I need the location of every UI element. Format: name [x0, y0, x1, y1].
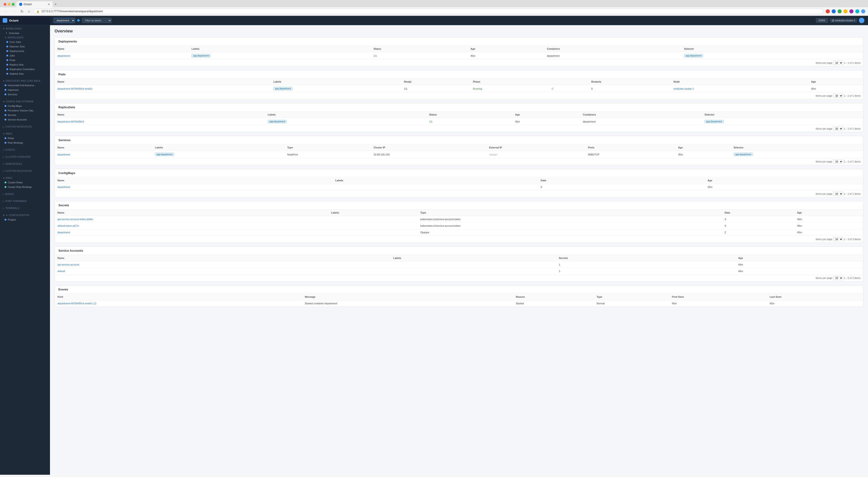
user-avatar-icon[interactable] — [859, 18, 864, 23]
secret-data-2: 3 — [722, 223, 795, 229]
sidebar-item-cron-jobs[interactable]: Cron Jobs — [2, 40, 50, 44]
pods-per-page-select[interactable]: 10 — [833, 94, 843, 98]
secret-per-page-select[interactable]: 10 — [833, 237, 843, 241]
back-button[interactable]: ← — [3, 9, 9, 14]
tab-close-button[interactable]: ✕ — [48, 3, 50, 6]
sidebar-item-stateful-sets[interactable]: Stateful Sets — [2, 71, 50, 76]
sidebar-section-terminals: ▷ Terminals — [0, 205, 50, 212]
sidebar-item-jobs[interactable]: Jobs — [2, 53, 50, 58]
sa-per-page-select[interactable]: 10 — [833, 276, 843, 280]
rs-labels: app:department — [265, 118, 426, 125]
overview-label: Overview — [9, 32, 19, 34]
deployments-col-age: Age — [468, 45, 544, 52]
cm-labels — [333, 184, 538, 191]
sa-name-link-2[interactable]: default — [58, 270, 65, 273]
sidebar-port-forwards-header[interactable]: ▷ Port Forwards — [0, 199, 50, 203]
traffic-light-yellow[interactable] — [8, 3, 10, 6]
browser-extension-4[interactable] — [843, 9, 847, 13]
svc-name-link[interactable]: department — [58, 153, 70, 156]
browser-extension-2[interactable] — [832, 9, 836, 13]
browser-extension-5[interactable] — [849, 9, 854, 13]
sidebar-cluster-rbac-header[interactable]: ▼ RBAC — [0, 176, 50, 180]
sidebar-item-cluster-role-bindings[interactable]: Cluster Role Bindings — [0, 185, 50, 189]
sidebar-item-services[interactable]: Services — [0, 92, 50, 97]
namespace-select[interactable]: department — [54, 18, 75, 23]
pod-name-link[interactable]: department-687b645fc4-wmk5c — [58, 88, 93, 90]
pod-node-link[interactable]: minikube-cluster-1 — [674, 88, 694, 90]
pods-col-indicator — [549, 78, 589, 85]
sidebar-cluster-custom-resources-header[interactable]: ▷ Custom Resources — [0, 169, 50, 173]
reload-button[interactable]: ↻ — [19, 9, 25, 14]
sidebar-item-pvc[interactable]: Persistent Volume Clai... — [0, 108, 50, 113]
sidebar-item-configmaps[interactable]: Config Maps — [0, 104, 50, 108]
pods-col-ready: Ready — [401, 78, 470, 85]
sidebar-section-header-workloads[interactable]: ▼ Workloads — [0, 27, 50, 31]
address-bar[interactable]: 🔒 127.0.0.1:7777/#/overview/namespace/de… — [33, 9, 824, 14]
sidebar-item-secrets[interactable]: Secrets — [0, 113, 50, 117]
replica-sets-dot — [6, 64, 8, 66]
secret-age-1: 46m — [795, 216, 863, 223]
browser-extension-3[interactable] — [838, 9, 842, 13]
sa-name-link-1[interactable]: api-service-account — [58, 263, 79, 266]
sidebar-item-hpa[interactable]: Horizontal Pod Autosca... — [0, 83, 50, 88]
sidebar-item-role-bindings[interactable]: Role Bindings — [0, 140, 50, 145]
sidebar-configuration-header[interactable]: ⚙ ▼ Configuration — [0, 213, 50, 217]
sidebar-item-cluster-roles[interactable]: Cluster Roles — [0, 180, 50, 185]
secret-col-data: Data — [722, 209, 795, 216]
forward-button[interactable]: → — [11, 9, 17, 14]
secret-name-link-2[interactable]: default-token-qf17n — [58, 225, 79, 227]
sa-range: 1 - 2 of 2 items — [844, 277, 861, 279]
secrets-dot — [4, 114, 6, 116]
pod-restarts: 0 — [589, 85, 671, 92]
rs-name-link[interactable]: department-687b645fc4 — [58, 120, 84, 123]
sidebar-custom-resources-header[interactable]: ▷ Custom Resources — [0, 125, 50, 129]
deployments-per-page-select[interactable]: 10 — [833, 61, 843, 65]
sidebar-section-header-discovery[interactable]: ▼ Discovery and Load Bala... — [0, 79, 50, 83]
sidebar-nodes-header[interactable]: ▷ Nodes — [0, 192, 50, 196]
sidebar-workloads-inner[interactable]: ▼ Workloads — [2, 35, 50, 40]
user-avatar[interactable] — [861, 9, 865, 13]
sidebar-item-overview[interactable]: ▼ Overview — [0, 31, 50, 35]
browser-tab[interactable]: Octant ✕ — [17, 1, 53, 7]
pods-pagination: Items per page 10 1 - 1 of 1 items — [55, 92, 863, 99]
traffic-light-red[interactable] — [4, 3, 6, 6]
sidebar-item-replica-sets[interactable]: Replica Sets — [2, 62, 50, 67]
rs-per-page-select[interactable]: 10 — [833, 127, 843, 131]
app-logo — [3, 18, 7, 23]
sidebar-item-plugins[interactable]: Plugins — [0, 217, 50, 222]
svc-cluster-ip: 10.99.155.193 — [371, 151, 486, 158]
svc-per-page-select[interactable]: 10 — [833, 160, 843, 164]
pods-section: Pods Name Labels Ready Phase Restarts No… — [55, 70, 864, 99]
sidebar-terminals-header[interactable]: ▷ Terminals — [0, 206, 50, 210]
home-button[interactable]: ⌂ — [27, 9, 32, 14]
sidebar-item-ingresses[interactable]: Ingresses — [0, 88, 50, 92]
daemon-sets-dot — [6, 45, 8, 47]
traffic-light-green[interactable] — [12, 3, 14, 6]
secret-name-link-1[interactable]: api-service-account-token-jb8dn — [58, 218, 93, 220]
deployment-name-link[interactable]: department — [58, 55, 70, 57]
new-tab-button[interactable]: + — [53, 1, 58, 7]
sidebar-cluster-overview-header[interactable]: ▷ Cluster Overview — [0, 155, 50, 159]
cm-per-page-select[interactable]: 10 — [833, 192, 843, 196]
sidebar-item-service-accounts[interactable]: Service Accounts — [0, 117, 50, 122]
filter-by-labels-select[interactable]: Filter by labels — [82, 18, 112, 23]
namespace-icon: 🔷 — [77, 19, 80, 22]
event-kind-link-1[interactable]: department-687b645fc4-wmk5c (1) — [58, 302, 96, 305]
browser-extension-1[interactable] — [826, 9, 830, 13]
sidebar-item-pods[interactable]: Pods — [2, 58, 50, 62]
svc-col-age: Age — [675, 144, 731, 151]
sidebar-item-deployments[interactable]: Deployments — [2, 49, 50, 53]
secret-name-link-3[interactable]: department — [58, 231, 70, 234]
sidebar-item-roles[interactable]: Roles — [0, 136, 50, 140]
sidebar-rbac-header[interactable]: ▼ RBAC — [0, 132, 50, 136]
sidebar-section-header-config[interactable]: ▼ Config and Storage — [0, 99, 50, 104]
event-col-last-seen: Last Seen — [767, 294, 863, 300]
sidebar-item-daemon-sets[interactable]: Daemon Sets — [2, 44, 50, 49]
services-label: Services — [8, 93, 17, 96]
sidebar-namespaces-header[interactable]: ▷ Namespaces — [0, 162, 50, 166]
browser-extension-6[interactable] — [855, 9, 859, 13]
dark-mode-button[interactable]: DARK — [816, 18, 828, 23]
sidebar-item-replication-controllers[interactable]: Replication Controllers — [2, 67, 50, 71]
sidebar-events-header[interactable]: ▷ Events — [0, 148, 50, 152]
cm-name-link[interactable]: department — [58, 185, 70, 189]
